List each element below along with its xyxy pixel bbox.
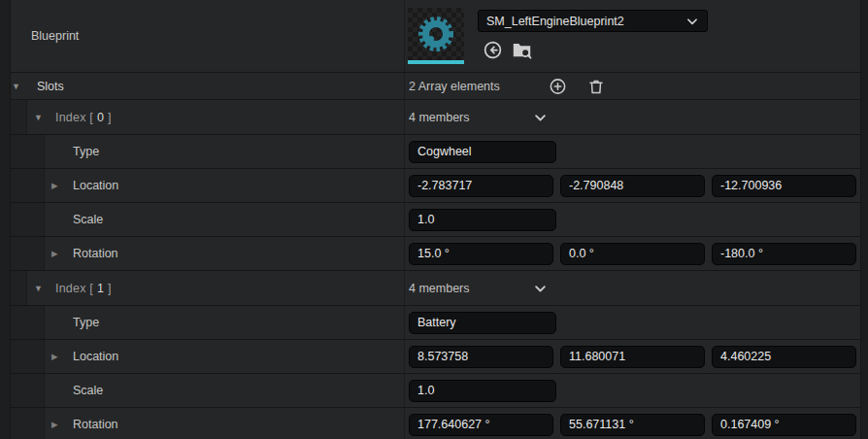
rotation-expander-icon[interactable]: ▶ xyxy=(51,421,58,429)
scale-label: Scale xyxy=(73,213,103,226)
location-expander-icon[interactable]: ▶ xyxy=(51,353,58,361)
slot-1-expander-icon[interactable]: ▼ xyxy=(34,284,43,292)
slot-1-type-name-cell: Type xyxy=(0,306,405,339)
asset-dropdown-value: SM_LeftEngineBlueprint2 xyxy=(486,15,624,28)
slot-1-location-x-input[interactable] xyxy=(409,346,553,368)
asset-thumbnail[interactable] xyxy=(408,8,464,64)
type-label: Type xyxy=(73,316,99,329)
slot-1-rotation-value-cell xyxy=(405,408,868,439)
slot-0-members-count: 4 members xyxy=(409,111,470,124)
location-expander-icon[interactable]: ▶ xyxy=(51,182,58,190)
trash-icon[interactable] xyxy=(587,78,605,95)
slot-1-index-value-cell: 4 members xyxy=(405,271,868,305)
cogwheel-icon xyxy=(415,13,457,55)
slot-1-rotation-row: ▶ Rotation xyxy=(0,408,868,439)
rotation-label: Rotation xyxy=(73,418,118,431)
slots-expander-icon[interactable]: ▼ xyxy=(12,82,20,90)
slot-1-rotation-z-input[interactable] xyxy=(712,414,856,436)
slots-value-cell: 2 Array elements xyxy=(405,73,868,99)
slot-0-rotation-y-input[interactable] xyxy=(560,243,705,265)
slot-0-type-row: Type xyxy=(0,135,868,169)
slot-0-location-x-input[interactable] xyxy=(409,175,553,197)
slot-0-type-name-cell: Type xyxy=(0,135,405,168)
slot-1-location-name-cell: ▶ Location xyxy=(0,340,405,373)
slot-1-index-row: ▼ Index [1] 4 members xyxy=(0,271,868,306)
use-selected-asset-button[interactable] xyxy=(483,40,503,60)
chevron-down-icon[interactable] xyxy=(533,110,548,124)
slot-0-type-value-cell xyxy=(405,135,868,168)
slots-array-row: ▼ Slots 2 Array elements xyxy=(0,73,868,100)
blueprint-label: Blueprint xyxy=(31,29,79,43)
browse-to-asset-button[interactable] xyxy=(511,39,533,60)
blueprint-name-cell: Blueprint xyxy=(0,0,405,72)
slot-0-index-value-cell: 4 members xyxy=(405,100,868,134)
slot-0-rotation-z-input[interactable] xyxy=(712,243,856,265)
slot-0-location-y-input[interactable] xyxy=(560,175,705,197)
slot-0-rotation-value-cell xyxy=(405,237,868,270)
slot-0-location-name-cell: ▶ Location xyxy=(0,169,405,202)
scrollbar-track[interactable] xyxy=(860,0,868,439)
slot-1-rotation-y-input[interactable] xyxy=(560,414,705,436)
rotation-label: Rotation xyxy=(73,247,118,260)
chevron-down-icon[interactable] xyxy=(533,281,548,295)
slot-1-scale-row: Scale xyxy=(0,374,868,408)
slot-1-type-value-cell xyxy=(405,306,868,339)
slot-1-index-label: Index [1] xyxy=(55,282,112,295)
slot-0-scale-value-cell xyxy=(405,203,868,236)
slot-0-expander-icon[interactable]: ▼ xyxy=(34,113,43,121)
slot-1-scale-input[interactable] xyxy=(409,380,556,402)
slot-0-scale-input[interactable] xyxy=(409,209,556,231)
blueprint-property-row: Blueprint SM_LeftEngineBlueprint2 xyxy=(0,0,868,73)
slot-0-rotation-x-input[interactable] xyxy=(409,243,553,265)
slot-0-scale-name-cell: Scale xyxy=(0,203,405,236)
left-gutter xyxy=(0,0,11,439)
slot-1-location-z-input[interactable] xyxy=(712,346,856,368)
slot-0-index-label: Index [0] xyxy=(55,111,112,124)
location-label: Location xyxy=(73,179,118,192)
slots-name-cell: ▼ Slots xyxy=(0,73,405,99)
slot-1-scale-value-cell xyxy=(405,374,868,407)
chevron-down-icon xyxy=(685,15,699,28)
slot-1-rotation-name-cell: ▶ Rotation xyxy=(0,408,405,439)
slot-0-rotation-row: ▶ Rotation xyxy=(0,237,868,271)
location-label: Location xyxy=(73,350,118,363)
slot-1-location-value-cell xyxy=(405,340,868,373)
array-elements-count: 2 Array elements xyxy=(409,80,500,93)
slot-1-location-y-input[interactable] xyxy=(560,346,705,368)
slot-0-location-z-input[interactable] xyxy=(712,175,856,197)
rotation-expander-icon[interactable]: ▶ xyxy=(51,250,58,258)
slot-1-members-count: 4 members xyxy=(409,282,470,295)
slot-0-rotation-name-cell: ▶ Rotation xyxy=(0,237,405,270)
slot-0-location-row: ▶ Location xyxy=(0,169,868,203)
slot-0-type-input[interactable] xyxy=(409,141,556,163)
blueprint-value-cell: SM_LeftEngineBlueprint2 xyxy=(405,0,868,72)
slot-1-rotation-x-input[interactable] xyxy=(409,414,553,436)
slot-1-index-name-cell: ▼ Index [1] xyxy=(0,271,405,305)
slot-1-type-input[interactable] xyxy=(409,312,556,334)
details-panel: Blueprint SM_LeftEngineBlueprint2 xyxy=(0,0,868,439)
slot-1-location-row: ▶ Location xyxy=(0,340,868,374)
type-label: Type xyxy=(73,145,99,158)
add-element-button[interactable] xyxy=(549,77,567,95)
slots-label: Slots xyxy=(37,80,64,93)
slot-0-index-name-cell: ▼ Index [0] xyxy=(0,100,405,134)
slot-1-scale-name-cell: Scale xyxy=(0,374,405,407)
asset-dropdown[interactable]: SM_LeftEngineBlueprint2 xyxy=(478,10,708,32)
slot-0-location-value-cell xyxy=(405,169,868,202)
asset-type-color-bar xyxy=(408,60,464,64)
scale-label: Scale xyxy=(73,384,103,397)
slot-0-index-row: ▼ Index [0] 4 members xyxy=(0,100,868,135)
slot-0-scale-row: Scale xyxy=(0,203,868,237)
slot-1-type-row: Type xyxy=(0,306,868,340)
